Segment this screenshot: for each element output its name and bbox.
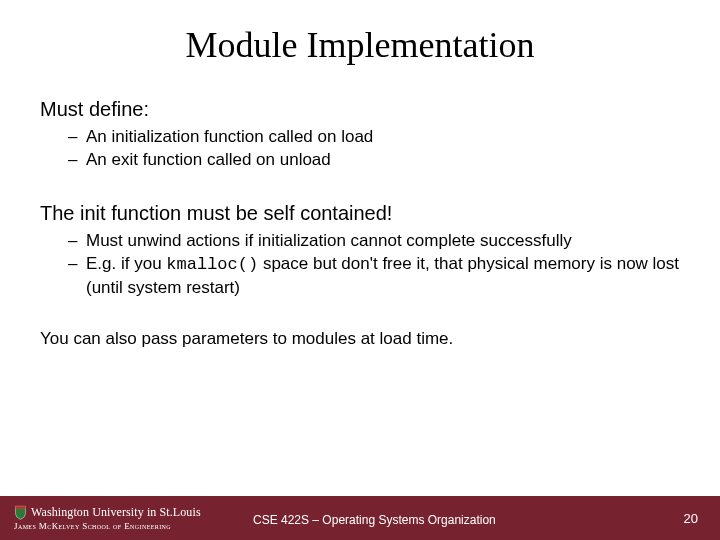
school-mid: McKelvey	[39, 521, 80, 531]
school-name: James McKelvey School of Engineering	[14, 521, 201, 531]
bullet-list-1: An initialization function called on loa…	[68, 126, 680, 172]
bullet-text-pre: E.g. if you	[86, 254, 166, 273]
slide-title: Module Implementation	[40, 24, 680, 66]
logo-line: Washington University in St.Louis	[14, 505, 201, 520]
slide: Module Implementation Must define: An in…	[0, 0, 720, 540]
section-heading-2: The init function must be self contained…	[40, 200, 680, 226]
school-pre: James	[14, 521, 39, 531]
course-label: CSE 422S – Operating Systems Organizatio…	[253, 513, 496, 527]
bullet-list-2: Must unwind actions if initialization ca…	[68, 230, 680, 300]
page-number: 20	[684, 511, 698, 526]
closing-text: You can also pass parameters to modules …	[40, 328, 680, 351]
section-heading-1: Must define:	[40, 96, 680, 122]
inline-code: kmalloc()	[166, 255, 258, 274]
bullet-item: Must unwind actions if initialization ca…	[68, 230, 680, 253]
bullet-item: An exit function called on unload	[68, 149, 680, 172]
bullet-item: An initialization function called on loa…	[68, 126, 680, 149]
university-name: Washington University in St.Louis	[31, 505, 201, 520]
school-post: School of Engineering	[80, 521, 171, 531]
bullet-item: E.g. if you kmalloc() space but don't fr…	[68, 253, 680, 300]
university-logo-block: Washington University in St.Louis James …	[0, 496, 201, 540]
shield-icon	[14, 505, 27, 520]
footer-bar: Washington University in St.Louis James …	[0, 496, 720, 540]
